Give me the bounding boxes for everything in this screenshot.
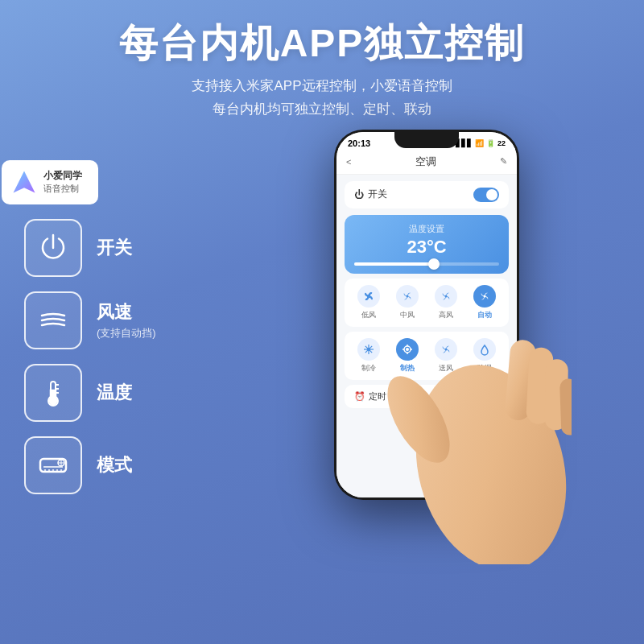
wind-label: 风速 xyxy=(97,300,156,324)
svg-rect-42 xyxy=(559,378,572,436)
svg-point-7 xyxy=(50,398,56,404)
page-wrapper: 每台内机APP独立控制 支持接入米家APP远程控制，小爱语音控制 每台内机均可独… xyxy=(0,0,644,644)
power-symbol: ⏻ xyxy=(354,189,364,200)
phone-hand-wrapper: 20:13 ▋▋▋ 📶 🔋 22 < 空调 xyxy=(298,130,555,548)
app-title: 空调 xyxy=(415,155,436,169)
feature-temperature: 温度 xyxy=(24,364,233,422)
app-header: < 空调 ✎ xyxy=(336,151,517,175)
temp-card-label: 温度设置 xyxy=(354,223,499,235)
wifi-icon: 📶 xyxy=(475,139,484,147)
temp-feature-text: 温度 xyxy=(97,381,132,405)
xiaoai-badge: 小爱同学 语音控制 xyxy=(2,160,98,204)
power-icon-box xyxy=(24,219,82,277)
power-label: 开关 xyxy=(97,236,132,260)
thermometer-icon-box xyxy=(24,364,82,422)
subtitle-line1: 支持接入米家APP远程控制，小爱语音控制 xyxy=(192,75,452,98)
hand-svg xyxy=(362,242,572,564)
status-icons: ▋▋▋ 📶 🔋 22 xyxy=(456,139,506,147)
mode-feature-text: 模式 xyxy=(97,453,132,477)
feature-power: 开关 xyxy=(24,219,233,277)
battery-icon: 🔋 xyxy=(486,139,495,147)
power-toggle[interactable] xyxy=(473,188,499,202)
power-feature-text: 开关 xyxy=(97,236,132,260)
feature-mode: 模式 xyxy=(24,436,233,494)
power-row-label: ⏻ 开关 xyxy=(354,188,387,201)
xiaoai-line2: 语音控制 xyxy=(43,183,82,195)
battery-pct: 22 xyxy=(497,139,506,147)
edit-button[interactable]: ✎ xyxy=(500,156,507,167)
main-title: 每台内机APP独立控制 xyxy=(119,23,526,65)
subtitle: 支持接入米家APP远程控制，小爱语音控制 每台内机均可独立控制、定时、联动 xyxy=(192,75,452,122)
thermometer-icon xyxy=(37,377,69,409)
temp-label: 温度 xyxy=(97,381,132,405)
xiaoai-badge-text: 小爱同学 语音控制 xyxy=(43,169,82,195)
wind-sublabel: (支持自动挡) xyxy=(97,326,156,341)
status-time: 20:13 xyxy=(348,138,370,148)
feature-wind: 风速 (支持自动挡) xyxy=(24,291,233,349)
xiaoai-icon xyxy=(10,167,39,196)
power-text: 开关 xyxy=(368,188,387,201)
wind-feature-text: 风速 (支持自动挡) xyxy=(97,300,156,341)
features-column: 已接入米家 works with mijia xyxy=(24,146,233,644)
mode-label: 模式 xyxy=(97,453,132,477)
wind-icon-box xyxy=(24,291,82,349)
wind-icon xyxy=(37,304,69,336)
phone-notch xyxy=(394,132,459,148)
power-toggle-row: ⏻ 开关 xyxy=(345,181,509,208)
mode-icon-box xyxy=(24,436,82,494)
back-button[interactable]: < xyxy=(346,157,351,167)
power-icon xyxy=(37,232,69,264)
hand-overlay xyxy=(362,242,572,564)
xiaoai-line1: 小爱同学 xyxy=(43,169,82,183)
content-area: 已接入米家 works with mijia xyxy=(0,138,644,644)
phone-area: 20:13 ▋▋▋ 📶 🔋 22 < 空调 xyxy=(233,130,620,644)
ac-icon xyxy=(37,449,69,481)
subtitle-line2: 每台内机均可独立控制、定时、联动 xyxy=(192,98,452,122)
badges-row: 已接入米家 works with mijia xyxy=(0,160,233,204)
